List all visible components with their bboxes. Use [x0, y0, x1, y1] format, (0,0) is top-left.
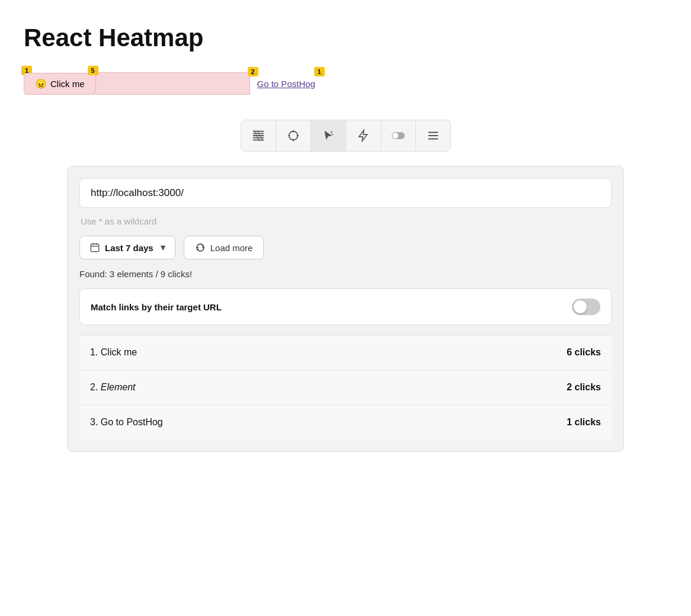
found-text: Found: 3 elements / 9 clicks! [79, 269, 612, 279]
list-item[interactable]: 2. Element 2 clicks [79, 370, 612, 405]
wildcard-hint: Use * as a wildcard [79, 216, 612, 226]
goto-link-text: Go to PostHog [257, 79, 315, 89]
refresh-icon [195, 242, 206, 253]
date-range-label: Last 7 days [105, 243, 153, 253]
click-me-badge-count: 5 [88, 66, 98, 75]
svg-rect-21 [91, 244, 99, 252]
list-item[interactable]: 3. Go to PostHog 1 clicks [79, 405, 612, 439]
list-item[interactable]: 1. Click me 6 clicks [79, 335, 612, 370]
url-input-wrap [79, 178, 612, 208]
match-links-toggle[interactable] [572, 299, 600, 315]
elements-list: 1. Click me 6 clicks 2. Element 2 clicks… [79, 335, 612, 439]
url-input[interactable] [91, 187, 600, 199]
list-item-1-count: 6 clicks [567, 347, 601, 358]
list-item-1-label: 1. Click me [90, 347, 137, 358]
toggle-track[interactable] [572, 299, 600, 315]
controls-row: Last 7 days ▾ Load more [79, 236, 612, 259]
match-links-row: Match links by their target URL [79, 288, 612, 325]
toolbar-btn-menu[interactable] [416, 120, 450, 151]
heatmap-toolbar [241, 120, 451, 152]
load-more-label: Load more [210, 243, 253, 253]
chevron-down-icon: ▾ [161, 242, 165, 253]
toolbar-btn-lightning[interactable] [346, 120, 381, 151]
click-me-button[interactable]: 😠 Click me [24, 73, 96, 95]
toolbar-btn-pointer[interactable] [311, 120, 346, 151]
list-item-3-count: 1 clicks [567, 417, 601, 428]
svg-point-17 [392, 133, 398, 139]
pink-spacer [96, 72, 250, 95]
list-item-3-label: 3. Go to PostHog [90, 417, 163, 428]
toggle-thumb [574, 300, 587, 313]
toolbar-btn-click[interactable] [276, 120, 311, 151]
load-more-button[interactable]: Load more [184, 236, 264, 259]
click-me-emoji: 😠 [35, 78, 47, 89]
svg-point-7 [289, 131, 297, 140]
goto-posthog-button[interactable]: Go to PostHog [250, 74, 322, 94]
date-range-picker[interactable]: Last 7 days ▾ [79, 236, 175, 259]
heatmap-panel: Use * as a wildcard Last 7 days ▾ Load m… [67, 166, 624, 452]
heatmap-demo-area: 1 😠 Click me 5 2 Go to PostHog 1 [24, 69, 667, 98]
toolbar-btn-heatmap[interactable] [241, 120, 276, 151]
click-me-label: Click me [50, 79, 85, 89]
page-title: React Heatmap [24, 24, 667, 52]
calendar-icon [89, 242, 100, 253]
list-item-2-label: 2. Element [90, 382, 136, 393]
list-item-2-count: 2 clicks [567, 382, 601, 393]
toolbar-btn-toggle[interactable] [381, 120, 416, 151]
match-links-label: Match links by their target URL [91, 302, 222, 312]
goto-badge-count: 1 [314, 67, 325, 76]
